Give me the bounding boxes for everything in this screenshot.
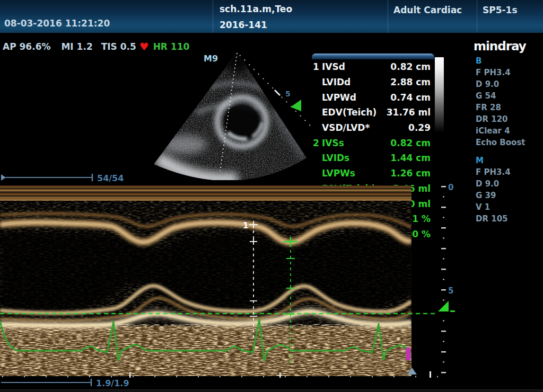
measure-value: 0.82 cm [390,61,431,72]
depth-label-0: 0 [448,183,453,192]
mi-value: MI 1.2 [61,41,92,52]
bottom-edge-strip [0,389,543,392]
mmode-depth-ruler: 0 5 [444,183,454,379]
b-param: Echo Boost [476,137,526,148]
b-param: D 9.0 [476,78,526,90]
datetime-panel: 08-03-2016 11:21:20 [0,0,213,33]
results-panel-header[interactable] [312,54,434,59]
probe-text: SP5-1s [483,5,518,15]
b-param: iClear 4 [476,125,526,137]
b-param: F PH3.4 [476,67,526,78]
grayscale-bar [435,57,444,132]
measure-value: 0.74 cm [390,92,431,103]
measurement-row: LVPWs 1.26 cm [312,166,434,181]
patient-id: 2016-141 [220,20,267,30]
measurement-row: 1 IVSd 0.82 cm [312,59,434,75]
depth-arrow-marker[interactable] [438,301,449,311]
measure-label: LVPWs [322,168,390,179]
m-param: G 39 [476,190,526,201]
measure-label: LVPWd [322,92,390,103]
measure-label: VSD/LVD* [322,122,408,133]
measure-value: 0.29 [408,122,431,133]
image-params-panel: B F PH3.4 D 9.0 G 54 FR 28 DR 120 iClear… [476,55,526,225]
m-param: V 1 [476,201,526,213]
patient-name: sch.11a.m,Teo [220,4,292,14]
mindray-logo: mindray [474,39,526,53]
measurement-row: 2 IVSs 0.82 cm [312,135,434,150]
measure-label: EDV(Teich) [322,107,387,118]
b-mode-sector-image[interactable] [147,47,318,180]
m-mode-image[interactable] [0,185,411,376]
patient-panel[interactable]: sch.11a.m,Teo 2016-141 [213,0,388,33]
measure-value: 2.88 cm [390,77,431,87]
cine-time-counter: 1.9/1.9 [96,378,129,388]
group-number: 2 [313,138,322,148]
b-mode-header: B [476,55,526,67]
measure-value: 1.26 cm [390,168,431,179]
cine-scale-bottom[interactable]: 1.9/1.9 [1,378,129,388]
exam-mode-panel[interactable]: Adult Cardiac [388,0,477,33]
measurement-row: VSD/LVD* 0.29 [312,120,434,136]
ultrasound-screen: 08-03-2016 11:21:20 sch.11a.m,Teo 2016-1… [0,0,543,392]
sector-echo-texture [147,47,318,180]
measurement-row: LVIDd 2.88 cm [312,75,434,90]
ap-value: AP 96.6% [3,41,51,52]
b-param: G 54 [476,90,526,102]
depth-label-5: 5 [448,286,453,296]
group-number: 1 [313,61,322,72]
mode-label: M9 [204,54,218,64]
exam-mode-text: Adult Cardiac [393,5,462,15]
m-param: D 9.0 [476,178,526,190]
measure-value: 0.82 cm [390,138,431,148]
measure-value: 31.76 ml [387,107,431,118]
tis-value: TIS 0.5 [101,41,136,52]
m-mode-header: M [476,155,526,166]
cine-frame-counter: 54/54 [97,173,124,183]
m-param: F PH3.4 [476,166,526,178]
datetime-text: 08-03-2016 11:21:20 [4,18,110,29]
measurement-row: EDV(Teich) 31.76 ml [312,105,434,120]
b-param: DR 120 [476,113,526,125]
measurement-row: LVPWd 0.74 cm [312,90,434,105]
measure-label: IVSd [322,61,390,72]
top-bar: 08-03-2016 11:21:20 sch.11a.m,Teo 2016-1… [0,0,543,34]
measure-value: 1.44 cm [390,153,431,163]
b-param: FR 28 [476,102,526,113]
cine-scale-top[interactable]: 54/54 [1,173,124,183]
probe-panel[interactable]: SP5-1s [477,0,543,33]
m-param: DR 105 [476,213,526,225]
measurement-row: LVIDs 1.44 cm [312,150,434,166]
measure-label: IVSs [322,138,390,148]
measure-label: LVIDd [322,77,390,87]
measure-label: LVIDs [322,153,390,163]
